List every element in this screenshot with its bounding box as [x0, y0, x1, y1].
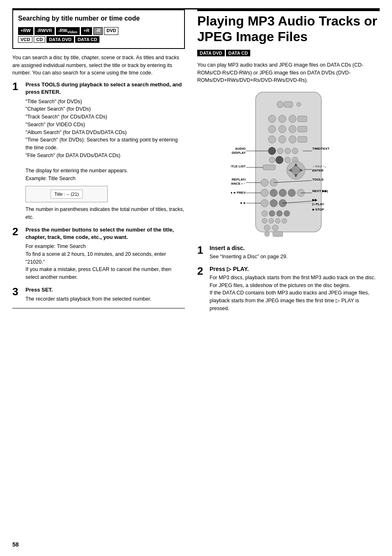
right-step-1-content: Insert a disc. See “Inserting a Disc” on… — [210, 245, 380, 261]
badges-row-2: VCD CD DATA DVD DATA CD — [18, 36, 179, 43]
svg-text:TOOLS: TOOLS — [312, 178, 324, 181]
page-number: 58 — [12, 541, 19, 548]
svg-point-33 — [261, 189, 268, 197]
svg-point-18 — [285, 148, 291, 154]
badges-row-1: +RW -RWVR -RWVideo +R -R DVD — [18, 27, 179, 35]
badge-rwvr: -RWVR — [35, 27, 55, 35]
right-top-rule — [197, 9, 380, 11]
step-1-line-5: "Album Search" (for DATA DVDs/DATA CDs) — [25, 129, 185, 137]
svg-point-44 — [284, 211, 290, 216]
right-step-2-title: Press ▷ PLAY. — [210, 266, 380, 272]
badge-data-cd-left: DATA CD — [75, 36, 99, 43]
step-2-line-2: To find a scene at 2 hours, 10 minutes, … — [25, 250, 185, 266]
svg-point-6 — [289, 115, 296, 123]
svg-point-35 — [279, 189, 286, 197]
remote-illustration-wrapper: AUDIO DISPLAY TIME/TEXT TITLE LIST ←/↑/↓… — [197, 90, 380, 238]
svg-text:▶▶: ▶▶ — [312, 198, 318, 202]
right-intro-text: You can play MP3 audio tracks and JPEG i… — [197, 61, 380, 84]
svg-point-42 — [269, 211, 275, 216]
step-2: 2 Press the number buttons to select the… — [12, 226, 185, 281]
svg-point-31 — [261, 179, 268, 186]
svg-point-49 — [264, 225, 270, 231]
step-1-display-note-1: The display for entering the number appe… — [25, 167, 185, 175]
svg-point-19 — [292, 148, 298, 154]
left-column: Searching by title number or time code +… — [12, 9, 185, 540]
badge-r-plus: +R — [81, 27, 92, 35]
svg-point-48 — [282, 218, 287, 223]
svg-point-5 — [279, 115, 286, 123]
right-step-1: 1 Insert a disc. See “Inserting a Disc” … — [197, 245, 380, 261]
svg-rect-15 — [298, 137, 307, 142]
svg-point-43 — [277, 211, 282, 216]
right-step-2-body: For MP3 discs, playback starts from the … — [210, 274, 380, 313]
right-step-2-number: 2 — [197, 266, 206, 313]
svg-point-13 — [279, 136, 286, 143]
step-1-line-2: "Chapter Search" (for DVDs) — [25, 105, 185, 113]
step-1-display-note-2: Example: Title Search — [25, 175, 185, 183]
svg-point-12 — [268, 136, 276, 143]
svg-point-46 — [269, 218, 274, 223]
svg-text:TIME/TEXT: TIME/TEXT — [312, 147, 330, 151]
step-3: 3 Press SET. The recorder starts playbac… — [12, 286, 185, 303]
step-2-body: For example: Time Search To find a scene… — [25, 243, 185, 281]
display-inner-text: Title : -- (21) — [51, 190, 83, 199]
svg-point-10 — [289, 125, 296, 133]
svg-point-8 — [268, 125, 276, 133]
badge-data-cd-right: DATA CD — [226, 50, 250, 56]
svg-point-38 — [261, 199, 268, 207]
svg-point-41 — [262, 211, 267, 216]
right-step-2-line-1: For MP3 discs, playback starts from the … — [210, 274, 380, 282]
svg-point-20 — [269, 157, 275, 163]
svg-point-14 — [289, 136, 296, 143]
step-1-line-4: "Search" (for VIDEO CDs) — [25, 121, 185, 129]
right-step-2-content: Press ▷ PLAY. For MP3 discs, playback st… — [210, 266, 380, 313]
right-step-1-number: 1 — [197, 245, 206, 261]
step-3-body: The recorder starts playback from the se… — [25, 295, 185, 303]
svg-text:AUDIO: AUDIO — [235, 147, 246, 151]
badge-data-dvd-right: DATA DVD — [197, 50, 225, 56]
svg-point-39 — [270, 199, 277, 207]
svg-point-21 — [276, 156, 283, 164]
svg-rect-24 — [263, 165, 275, 170]
svg-text:ENTER: ENTER — [312, 169, 323, 172]
step-1-line-7: "File Search" (for DATA DVDs/DATA CDs) — [25, 152, 185, 160]
svg-point-26 — [292, 166, 300, 174]
right-step-1-title: Insert a disc. — [210, 245, 380, 251]
step-1-content: Press TOOLS during playback to select a … — [25, 81, 185, 221]
section-title: Searching by title number or time code — [18, 14, 179, 23]
svg-text:|◄◄ PREV: |◄◄ PREV — [231, 191, 246, 195]
svg-point-45 — [262, 218, 267, 223]
step-2-content: Press the number buttons to select the n… — [25, 226, 185, 281]
svg-point-3 — [297, 102, 301, 107]
svg-point-4 — [268, 115, 276, 123]
svg-point-34 — [270, 189, 277, 197]
svg-point-9 — [279, 125, 286, 133]
svg-text:■ STOP: ■ STOP — [312, 208, 324, 211]
step-1-number: 1 — [12, 81, 21, 221]
svg-text:NEXT ▶▶|: NEXT ▶▶| — [312, 189, 328, 193]
svg-text:ADVANCE •→: ADVANCE •→ — [231, 182, 246, 185]
step-2-line-1: For example: Time Search — [25, 243, 185, 250]
svg-text:←• REPLAY/: ←• REPLAY/ — [231, 178, 246, 181]
badge-vcd: VCD — [18, 36, 32, 43]
left-intro-text: You can search a disc by title, chapter,… — [12, 54, 185, 77]
svg-point-16 — [268, 147, 276, 155]
step-2-line-3: If you make a mistake, press CLEAR to ca… — [25, 266, 185, 281]
right-step-2: 2 Press ▷ PLAY. For MP3 discs, playback … — [197, 266, 380, 313]
step-3-content: Press SET. The recorder starts playback … — [25, 286, 185, 303]
section-box: Searching by title number or time code +… — [12, 9, 185, 49]
svg-text:←/↑/↓/→,: ←/↑/↓/→, — [312, 164, 326, 168]
svg-text:TITLE LIST: TITLE LIST — [231, 164, 246, 168]
step-1-line-3: "Track Search" (for CDs/DATA CDs) — [25, 113, 185, 121]
step-2-title: Press the number buttons to select the n… — [25, 226, 185, 241]
badge-data-dvd-left: DATA DVD — [46, 36, 74, 43]
step-1-parentheses-note: The number in parentheses indicates the … — [25, 206, 185, 221]
svg-point-36 — [288, 189, 295, 197]
svg-text:DISPLAY: DISPLAY — [232, 151, 246, 155]
right-column: Playing MP3 Audio Tracks or JPEG Image F… — [197, 9, 380, 540]
svg-point-51 — [265, 232, 270, 236]
svg-rect-52 — [273, 232, 283, 236]
bottom-rule — [12, 308, 185, 308]
svg-rect-11 — [298, 126, 307, 132]
svg-point-47 — [275, 218, 280, 223]
